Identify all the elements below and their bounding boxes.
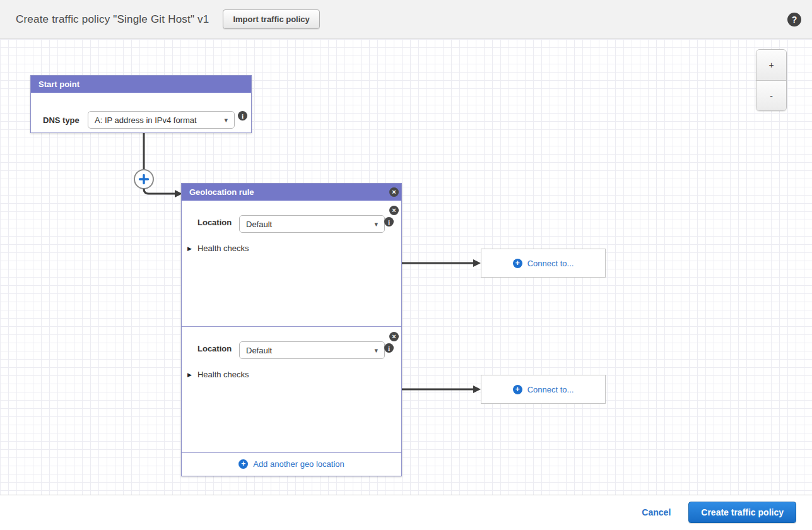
action-footer: Cancel Create traffic policy xyxy=(0,495,812,529)
start-point-header: Start point xyxy=(31,76,251,93)
create-traffic-policy-button[interactable]: Create traffic policy xyxy=(688,502,796,523)
expander-arrow-icon: ▶ xyxy=(187,372,192,378)
location-value: Default xyxy=(246,220,272,229)
section-close-icon[interactable]: × xyxy=(389,206,399,215)
section-close-icon[interactable]: × xyxy=(389,332,399,341)
import-traffic-policy-button[interactable]: Import traffic policy xyxy=(223,9,319,29)
help-icon[interactable]: ? xyxy=(787,13,801,26)
zoom-controls: + - xyxy=(756,49,787,111)
chevron-down-icon: ▾ xyxy=(224,116,228,124)
cancel-button[interactable]: Cancel xyxy=(642,507,671,517)
chevron-down-icon: ▾ xyxy=(374,346,378,355)
connect-to-label: Connect to... xyxy=(527,259,574,268)
dns-type-value: A: IP address in IPv4 format xyxy=(95,115,197,125)
dns-type-label: DNS type xyxy=(43,115,79,125)
plus-icon: + xyxy=(238,459,248,469)
location-label: Location xyxy=(197,344,232,353)
geolocation-rule-node: Geolocation rule × × Location Default ▾ … xyxy=(181,183,402,476)
connect-to-box[interactable]: + Connect to... xyxy=(481,249,606,278)
health-checks-label: Health checks xyxy=(197,370,249,379)
top-bar: Create traffic policy "Single Git Host" … xyxy=(0,0,812,39)
plus-icon: + xyxy=(513,385,522,394)
zoom-in-button[interactable]: + xyxy=(756,50,786,80)
location-value: Default xyxy=(246,346,272,355)
location-label: Location xyxy=(197,218,232,227)
start-point-title: Start point xyxy=(38,80,79,89)
health-checks-label: Health checks xyxy=(197,244,249,253)
geo-location-section: × Location Default ▾ i ▶ Health checks xyxy=(182,201,401,327)
location-dropdown[interactable]: Default ▾ xyxy=(239,215,385,233)
plus-icon: + xyxy=(513,259,522,268)
geo-location-section: × Location Default ▾ i ▶ Health checks xyxy=(182,327,401,453)
add-branch-icon xyxy=(134,170,153,189)
location-info-icon[interactable]: i xyxy=(384,343,394,353)
expander-arrow-icon: ▶ xyxy=(187,245,192,252)
chevron-down-icon: ▾ xyxy=(374,220,378,228)
geolocation-rule-header: Geolocation rule × xyxy=(182,184,401,201)
page-title: Create traffic policy "Single Git Host" … xyxy=(16,13,209,26)
connect-to-box[interactable]: + Connect to... xyxy=(481,375,606,404)
health-checks-expander[interactable]: ▶ Health checks xyxy=(187,370,249,379)
location-dropdown[interactable]: Default ▾ xyxy=(239,341,385,359)
health-checks-expander[interactable]: ▶ Health checks xyxy=(187,244,249,253)
dns-type-info-icon[interactable]: i xyxy=(238,111,247,121)
rule-close-icon[interactable]: × xyxy=(389,187,399,197)
location-info-icon[interactable]: i xyxy=(384,217,394,227)
dns-type-dropdown[interactable]: A: IP address in IPv4 format ▾ xyxy=(88,111,235,129)
connect-to-label: Connect to... xyxy=(527,385,574,394)
policy-editor-canvas: Start point DNS type A: IP address in IP… xyxy=(0,39,812,495)
add-geo-location-link[interactable]: + Add another geo location xyxy=(182,452,401,476)
geolocation-rule-title: Geolocation rule xyxy=(189,187,254,197)
zoom-out-button[interactable]: - xyxy=(756,80,786,110)
add-geo-location-label: Add another geo location xyxy=(253,459,344,469)
start-point-node: Start point DNS type A: IP address in IP… xyxy=(30,75,252,133)
